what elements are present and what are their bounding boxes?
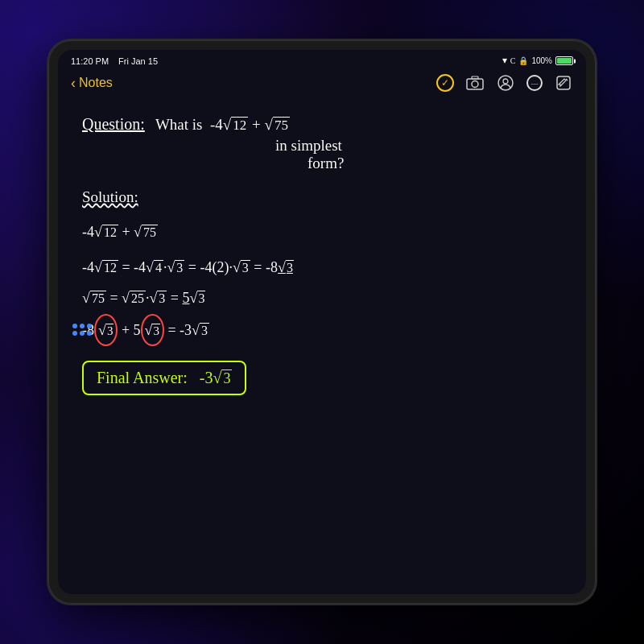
- person-circle-icon[interactable]: [496, 73, 515, 93]
- battery-icon: [555, 56, 573, 65]
- final-answer-box: Final Answer: -3√3: [82, 361, 246, 395]
- svg-point-4: [503, 79, 508, 84]
- question-text-part3: form?: [308, 155, 344, 171]
- minus-circle-icon[interactable]: [526, 75, 543, 91]
- question-text-part2: in simplest: [275, 137, 342, 154]
- solution-label: Solution:: [82, 188, 138, 205]
- circled-sqrt3-1: √3: [94, 314, 118, 346]
- nav-bar: ‹ Notes: [58, 70, 586, 99]
- question-line3: form?: [82, 155, 562, 172]
- battery-percent: 100%: [531, 56, 552, 65]
- question-line2: in simplest: [82, 137, 562, 155]
- step1: -4√12 + √75: [82, 217, 562, 246]
- question-label: Question:: [82, 115, 145, 133]
- status-bar: 11:20 PM Fri Jan 15 ▾ C 🔒 100%: [58, 50, 586, 70]
- back-chevron-icon: ‹: [71, 75, 76, 92]
- checkmark-circle-icon[interactable]: [436, 74, 454, 92]
- ipad-device: 11:20 PM Fri Jan 15 ▾ C 🔒 100% ‹ Not: [48, 40, 596, 604]
- signal-icon: C: [510, 56, 516, 65]
- note-content: Question: What is -4√12 + √75 in simples…: [58, 99, 586, 411]
- final-answer-label: Final Answer:: [97, 369, 188, 386]
- status-time: 11:20 PM: [71, 56, 109, 66]
- question-text-part1: What is -4√12 + √75: [148, 116, 290, 133]
- lock-icon: 🔒: [518, 56, 528, 65]
- step2: -4√12 = -4√4·√3 = -4(2)·√3 = -8√3: [82, 253, 562, 282]
- step3: √75 = √25·√3 = 5√3: [82, 283, 562, 312]
- step4: -8√3 + 5√3 = -3√3: [82, 314, 562, 346]
- edit-icon[interactable]: [554, 73, 573, 93]
- nav-actions: [436, 73, 573, 93]
- question-section: Question: What is -4√12 + √75 in simples…: [82, 115, 562, 172]
- status-date: Fri Jan 15: [118, 56, 158, 66]
- svg-rect-2: [472, 76, 478, 79]
- circled-sqrt3-2: √3: [141, 314, 164, 346]
- svg-point-1: [472, 81, 478, 88]
- final-answer-text: Final Answer: -3√3: [97, 369, 232, 386]
- scene: 11:20 PM Fri Jan 15 ▾ C 🔒 100% ‹ Not: [0, 0, 644, 644]
- ipad-screen: 11:20 PM Fri Jan 15 ▾ C 🔒 100% ‹ Not: [58, 50, 586, 594]
- camera-icon[interactable]: [465, 73, 485, 93]
- nav-back-button[interactable]: ‹ Notes: [71, 75, 113, 92]
- question-line1: Question: What is -4√12 + √75: [82, 115, 562, 134]
- wifi-icon: ▾: [502, 55, 507, 67]
- bullet-dots: [72, 324, 92, 336]
- nav-back-label: Notes: [79, 76, 113, 90]
- solution-section: Solution:: [82, 188, 562, 206]
